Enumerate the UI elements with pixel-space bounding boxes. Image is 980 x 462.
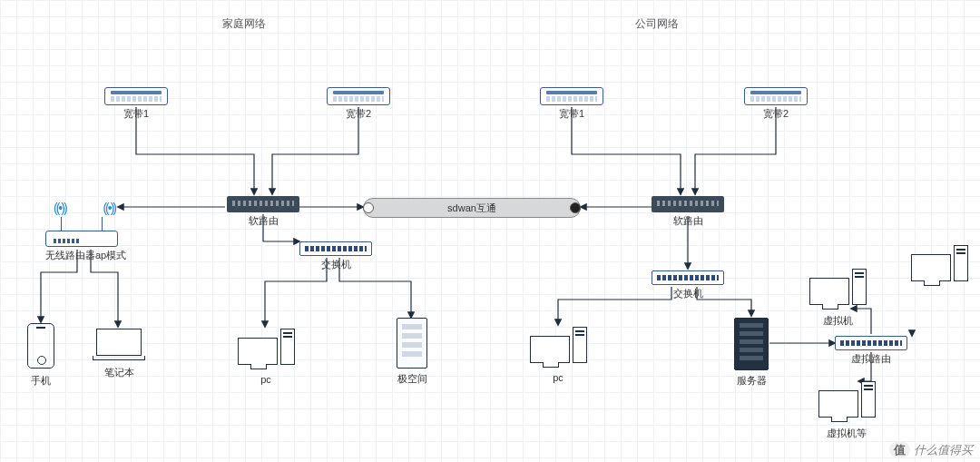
server-rack-icon bbox=[734, 318, 769, 370]
desktop-pc-icon bbox=[234, 329, 298, 365]
wireless-router-icon: ((•)) ((•)) bbox=[45, 231, 118, 247]
home-switch-label: 交换机 bbox=[299, 258, 372, 271]
home-wireless-ap-node[interactable]: ((•)) ((•)) 无线路由器ap模式 bbox=[45, 231, 118, 262]
office-vm-etc-label: 虚拟机等 bbox=[815, 427, 878, 440]
laptop-icon bbox=[96, 329, 142, 360]
soft-router-icon bbox=[227, 196, 299, 212]
office-wan2-node[interactable]: 宽带2 bbox=[744, 87, 808, 121]
switch-icon bbox=[652, 270, 724, 285]
switch-icon bbox=[299, 241, 372, 256]
sdwan-link[interactable]: sdwan互通 bbox=[363, 198, 581, 218]
home-phone-node[interactable]: 手机 bbox=[25, 323, 56, 388]
home-wan2-label: 宽带2 bbox=[327, 107, 390, 121]
modem-icon bbox=[744, 87, 808, 105]
office-server-label: 服务器 bbox=[733, 374, 769, 388]
sdwan-label: sdwan互通 bbox=[447, 202, 496, 215]
section-title-office: 公司网络 bbox=[635, 16, 679, 32]
desktop-pc-icon bbox=[815, 381, 878, 418]
office-pc-node[interactable]: pc bbox=[526, 327, 590, 383]
nas-icon bbox=[397, 318, 427, 369]
home-laptop-node[interactable]: 笔记本 bbox=[93, 329, 145, 379]
home-laptop-label: 笔记本 bbox=[93, 366, 145, 379]
site-watermark: 值什么值得买 bbox=[889, 442, 973, 458]
office-wan1-label: 宽带1 bbox=[540, 107, 603, 121]
office-vm-node[interactable]: 虚拟机 bbox=[806, 269, 869, 328]
office-soft-router-label: 软路由 bbox=[652, 214, 724, 228]
home-wireless-ap-label: 无线路由器ap模式 bbox=[45, 249, 118, 262]
modem-icon bbox=[104, 87, 168, 105]
desktop-pc-icon bbox=[526, 327, 590, 363]
office-vrouter-node[interactable]: 虚拟路由 bbox=[835, 336, 907, 366]
office-pc-label: pc bbox=[526, 372, 590, 383]
office-vrouter-label: 虚拟路由 bbox=[835, 352, 907, 366]
office-wan1-node[interactable]: 宽带1 bbox=[540, 87, 603, 121]
sdwan-endpoint-right-icon bbox=[570, 202, 581, 213]
office-soft-router-node[interactable]: 软路由 bbox=[652, 196, 724, 228]
desktop-pc-icon bbox=[907, 245, 971, 281]
home-wan2-node[interactable]: 宽带2 bbox=[327, 87, 390, 121]
section-title-home: 家庭网络 bbox=[222, 16, 266, 32]
soft-router-icon bbox=[652, 196, 724, 212]
desktop-pc-icon bbox=[806, 269, 869, 305]
office-vm-alt-node[interactable] bbox=[907, 245, 971, 281]
office-vm-etc-node[interactable]: 虚拟机等 bbox=[815, 381, 878, 440]
virtual-router-icon bbox=[835, 336, 907, 350]
sdwan-endpoint-left-icon bbox=[363, 202, 374, 213]
office-switch-label: 交换机 bbox=[652, 287, 724, 300]
modem-icon bbox=[327, 87, 390, 105]
watermark-badge-icon: 值 bbox=[889, 441, 910, 458]
home-pc-label: pc bbox=[234, 374, 298, 385]
office-switch-node[interactable]: 交换机 bbox=[652, 270, 724, 300]
modem-icon bbox=[540, 87, 603, 105]
home-wan1-node[interactable]: 宽带1 bbox=[104, 87, 168, 121]
home-switch-node[interactable]: 交换机 bbox=[299, 241, 372, 271]
office-server-node[interactable]: 服务器 bbox=[733, 318, 769, 388]
home-pc-node[interactable]: pc bbox=[234, 329, 298, 385]
office-wan2-label: 宽带2 bbox=[744, 107, 808, 121]
home-nas-label: 极空间 bbox=[396, 372, 428, 386]
home-soft-router-label: 软路由 bbox=[227, 214, 299, 228]
home-nas-node[interactable]: 极空间 bbox=[396, 318, 428, 386]
home-phone-label: 手机 bbox=[25, 374, 56, 388]
home-soft-router-node[interactable]: 软路由 bbox=[227, 196, 299, 228]
smartphone-icon bbox=[27, 323, 54, 369]
home-wan1-label: 宽带1 bbox=[104, 107, 168, 121]
office-vm-label: 虚拟机 bbox=[806, 314, 869, 328]
